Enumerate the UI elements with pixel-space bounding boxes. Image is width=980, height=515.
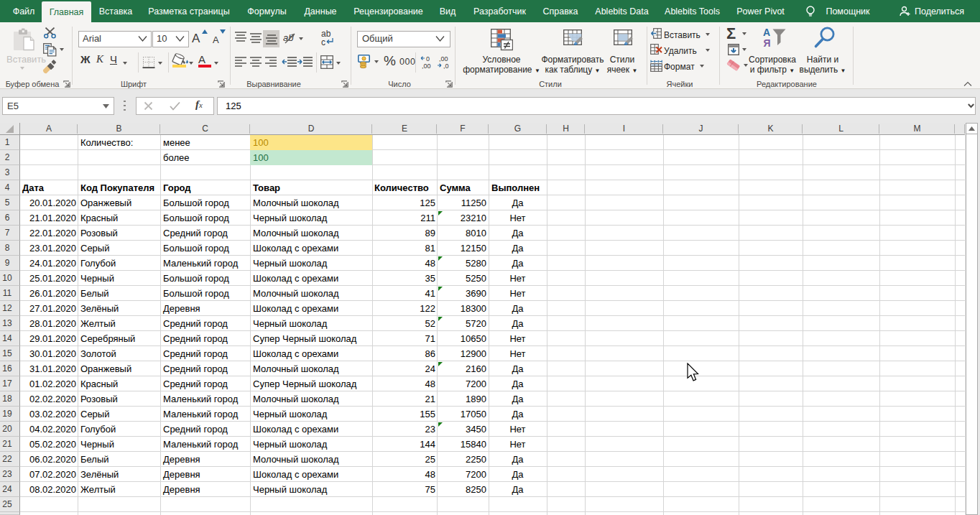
svg-text:c: c — [321, 37, 325, 47]
svg-text:А: А — [763, 27, 770, 38]
svg-text:Я: Я — [764, 37, 771, 48]
svg-text:,00: ,00 — [439, 55, 448, 62]
svg-text:ab: ab — [283, 32, 293, 43]
svg-text:,0: ,0 — [443, 62, 449, 69]
svg-text:0: 0 — [426, 55, 430, 62]
svg-text:,00: ,00 — [422, 62, 431, 69]
